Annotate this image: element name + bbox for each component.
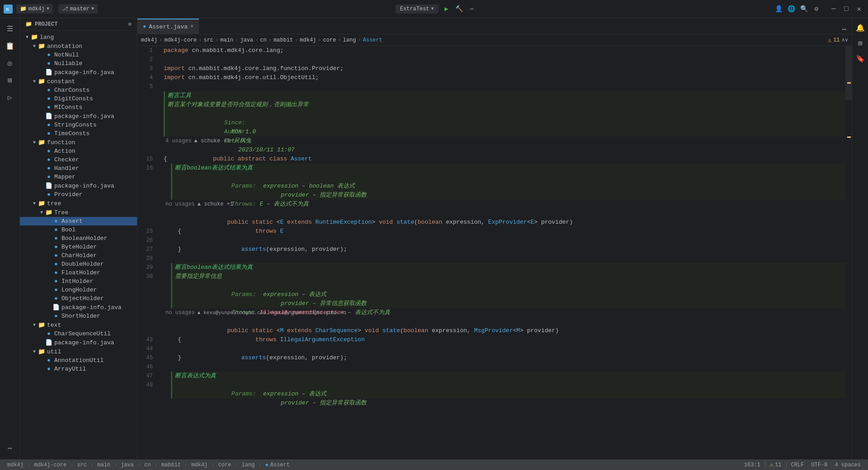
tree-item-constant[interactable]: ▼ 📁 constant bbox=[20, 77, 137, 86]
warning-indicator[interactable]: ⚠ 11 ∧∨ bbox=[828, 37, 848, 44]
commit-icon[interactable]: ◎ bbox=[3, 56, 17, 70]
tree-item-function[interactable]: ▼ 📁 function bbox=[20, 138, 137, 147]
status-indent[interactable]: 4 spaces bbox=[831, 462, 864, 468]
tree-item-intholder[interactable]: ● IntHolder bbox=[20, 277, 137, 286]
run-debug-icon[interactable]: ▷ bbox=[3, 90, 17, 105]
hamburger-menu-icon[interactable]: ☰ bbox=[3, 22, 17, 36]
tree-item-floatholder[interactable]: ● FloatHolder bbox=[20, 268, 137, 277]
status-cn[interactable]: cn bbox=[141, 460, 154, 470]
tree-item-provider[interactable]: ● Provider bbox=[20, 190, 137, 199]
breadcrumb-cn[interactable]: cn bbox=[260, 37, 266, 43]
annotationutil-label: AnnotationUtil bbox=[54, 357, 104, 364]
status-core2[interactable]: core bbox=[215, 460, 235, 470]
tree-item-booleanholder[interactable]: ● BooleanHolder bbox=[20, 234, 137, 243]
status-cursor[interactable]: 163:1 bbox=[741, 462, 764, 468]
tree-item-byteholder[interactable]: ● ByteHolder bbox=[20, 243, 137, 251]
code-scroll-area[interactable]: 1 2 3 4 5 15 16 bbox=[137, 46, 845, 459]
status-main[interactable]: main bbox=[94, 460, 114, 470]
status-lang[interactable]: lang bbox=[238, 460, 259, 470]
status-warnings[interactable]: ⚠ 11 bbox=[766, 461, 785, 468]
tree-item-text-folder[interactable]: ▼ 📁 text bbox=[20, 320, 137, 329]
tree-item-arrayutil[interactable]: ● ArrayUtil bbox=[20, 365, 137, 373]
tree-item-notnull[interactable]: ● NotNull bbox=[20, 51, 137, 59]
breadcrumb-lang[interactable]: lang bbox=[343, 37, 356, 43]
status-sep-8: › bbox=[211, 462, 214, 468]
bookmark-icon[interactable]: 🔖 bbox=[854, 52, 867, 65]
tree-item-package-function[interactable]: 📄 package-info.java bbox=[20, 181, 137, 190]
status-line-ending[interactable]: CRLF bbox=[788, 462, 808, 468]
tree-item-util-folder[interactable]: ▼ 📁 util bbox=[20, 347, 137, 356]
status-mabbit[interactable]: mabbit bbox=[158, 460, 184, 470]
tab-more-button[interactable]: ⋯ bbox=[836, 25, 852, 34]
tree-item-charconsts[interactable]: ● CharConsts bbox=[20, 86, 137, 94]
tree-item-annotation[interactable]: ▼ 📁 annotation bbox=[20, 42, 137, 51]
tree-item-doubleholder[interactable]: ● DoubleHolder bbox=[20, 260, 137, 268]
doc3-params: Params: expression – 表达式 bbox=[173, 281, 845, 290]
status-java[interactable]: java bbox=[117, 460, 137, 470]
branch-selector[interactable]: ⎇ master ▼ bbox=[58, 4, 98, 14]
tab-close-icon[interactable]: × bbox=[190, 24, 193, 30]
tree-item-package-constant[interactable]: 📄 package-info.java bbox=[20, 112, 137, 121]
status-encoding[interactable]: UTF-8 bbox=[807, 462, 831, 468]
run-button[interactable]: ▶ bbox=[442, 5, 451, 14]
status-mdk4j2[interactable]: mdk4j bbox=[188, 460, 211, 470]
tree-item-timeconsts[interactable]: ● TimeConsts bbox=[20, 129, 137, 138]
tree-item-handler[interactable]: ● Handler bbox=[20, 164, 137, 173]
search-icon[interactable]: 🔍 bbox=[799, 5, 808, 14]
project-selector[interactable]: 📁 mdk4j ▼ bbox=[16, 4, 53, 14]
sidebar-settings-icon[interactable]: ⚙ bbox=[128, 21, 132, 28]
breadcrumb-mdk4j[interactable]: mdk4j bbox=[141, 37, 157, 43]
breadcrumb-core2[interactable]: core bbox=[323, 37, 336, 43]
tree-item-charholder[interactable]: ● CharHolder bbox=[20, 251, 137, 260]
breadcrumb-mdk4j2[interactable]: mdk4j bbox=[300, 37, 316, 43]
translate-icon[interactable]: 🌐 bbox=[787, 5, 796, 14]
breadcrumb-main[interactable]: main bbox=[220, 37, 233, 43]
tree-item-nullable[interactable]: ● Nullable bbox=[20, 59, 137, 68]
tree-item-shortholder[interactable]: ● ShortHolder bbox=[20, 312, 137, 320]
tree-item-package-text[interactable]: 📄 package-info.java bbox=[20, 338, 137, 347]
status-mdk4j[interactable]: mdk4j bbox=[4, 460, 27, 470]
class-icon: ● bbox=[45, 104, 52, 111]
status-core[interactable]: mdk4j-core bbox=[30, 460, 70, 470]
tree-item-mapper[interactable]: ● Mapper bbox=[20, 173, 137, 181]
tree-item-miconsts[interactable]: ● MIConsts bbox=[20, 103, 137, 112]
tree-item-action[interactable]: ● Action bbox=[20, 147, 137, 155]
extra-test-dropdown[interactable]: ExtraTest ▼ bbox=[396, 5, 439, 14]
tree-item-longholder[interactable]: ● LongHolder bbox=[20, 286, 137, 294]
settings-icon[interactable]: ⚙ bbox=[812, 5, 821, 14]
more-tools-icon[interactable]: ⋯ bbox=[3, 441, 17, 456]
tree-item-lang[interactable]: ▼ 📁 lang bbox=[20, 33, 137, 42]
tree-item-charsequenceutil[interactable]: ● CharSequenceUtil bbox=[20, 329, 137, 338]
maximize-button[interactable]: □ bbox=[841, 4, 852, 14]
tree-item-tree-subfolder[interactable]: ▼ 📁 Tree bbox=[20, 208, 137, 217]
breadcrumb-src[interactable]: src bbox=[203, 37, 213, 43]
notifications-icon[interactable]: 🔔 bbox=[854, 22, 867, 34]
structure-icon[interactable]: ⊞ bbox=[3, 73, 17, 88]
tree-item-package-tree[interactable]: 📄 package-info.java bbox=[20, 303, 137, 312]
tree-item-tree-folder[interactable]: ▼ 📁 tree bbox=[20, 199, 137, 208]
project-files-icon[interactable]: 📋 bbox=[3, 39, 17, 53]
tree-item-checker[interactable]: ● Checker bbox=[20, 155, 137, 164]
close-button[interactable]: ✕ bbox=[854, 4, 864, 14]
user-icon[interactable]: 👤 bbox=[774, 5, 783, 14]
status-src[interactable]: src bbox=[73, 460, 90, 470]
breadcrumb-core[interactable]: mdk4j-core bbox=[164, 37, 197, 43]
tree-item-stringconsts[interactable]: ● StringConsts bbox=[20, 121, 137, 129]
minimize-button[interactable]: ─ bbox=[828, 4, 839, 14]
build-button[interactable]: 🔨 bbox=[455, 5, 464, 14]
tree-item-bool[interactable]: ● Bool bbox=[20, 226, 137, 234]
breadcrumb-java[interactable]: java bbox=[240, 37, 253, 43]
tab-assert[interactable]: ● Assert.java × bbox=[137, 19, 199, 34]
structure-panel-icon[interactable]: ⊞ bbox=[854, 37, 867, 50]
ln-doc2-throws bbox=[137, 209, 156, 218]
tree-item-objectholder[interactable]: ● ObjectHolder bbox=[20, 294, 137, 303]
more-actions-button[interactable]: ⋯ bbox=[467, 5, 476, 14]
tree-item-package-annotation[interactable]: 📄 package-info.java bbox=[20, 68, 137, 77]
ln-doc3-sub bbox=[137, 290, 156, 299]
breadcrumb-assert[interactable]: Assert bbox=[363, 37, 382, 43]
tree-item-annotationutil[interactable]: ● AnnotationUtil bbox=[20, 356, 137, 365]
tree-item-digitconsts[interactable]: ● DigitConsts bbox=[20, 94, 137, 103]
tree-item-assert[interactable]: ● Assert bbox=[20, 217, 137, 226]
breadcrumb-mabbit[interactable]: mabbit bbox=[274, 37, 293, 43]
status-assert[interactable]: ● Assert bbox=[262, 460, 293, 470]
